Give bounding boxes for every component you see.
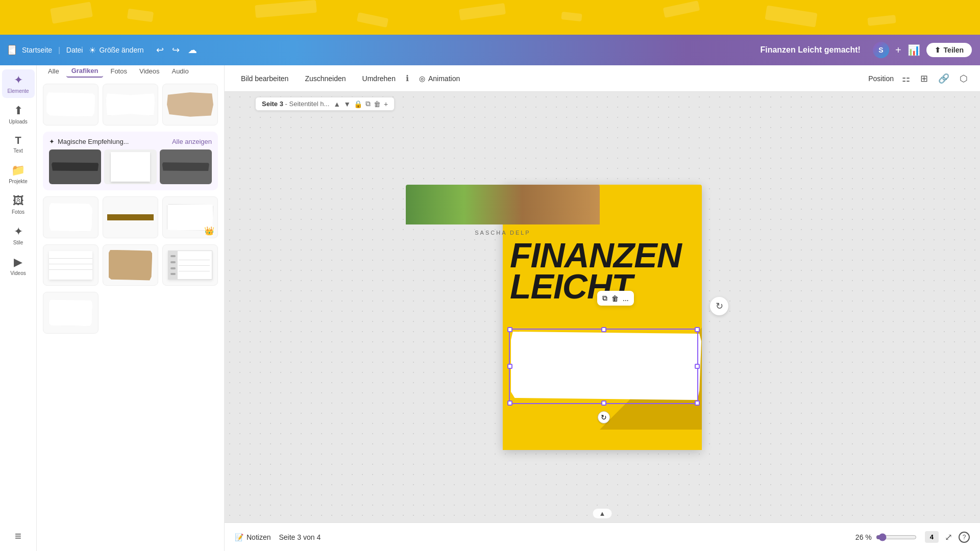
animation-label: Animation	[428, 74, 460, 83]
tab-videos[interactable]: Videos	[134, 65, 165, 78]
zoom-value: 26 %	[855, 533, 872, 541]
header-tools: ↩ ↪ ☁	[154, 42, 199, 58]
page-delete-icon[interactable]: 🗑	[374, 100, 381, 108]
magic-all-link[interactable]: Alle anzeigen	[172, 138, 212, 145]
rotate-handle[interactable]: ↻	[598, 411, 610, 423]
magic-item-1[interactable]	[49, 149, 101, 184]
sidebar-item-elemente[interactable]: ✦ Elemente	[2, 69, 35, 98]
canvas-refresh-button[interactable]: ↻	[710, 297, 728, 315]
header: ◀ Startseite | Datei ☀ Größe ändern ↩ ↪ …	[0, 35, 980, 65]
link-button[interactable]: 🔗	[936, 71, 951, 86]
tab-fotos[interactable]: Fotos	[105, 65, 132, 78]
handle-bottom-right[interactable]	[695, 400, 700, 406]
fotos-icon: 🖼	[13, 194, 24, 208]
magic-header: ✦ Magische Empfehlung... Alle anzeigen	[49, 138, 212, 145]
magic-item-3[interactable]	[160, 149, 212, 184]
graphic-item-1[interactable]	[43, 84, 99, 126]
top-items-grid	[43, 84, 218, 126]
cloud-button[interactable]: ☁	[186, 42, 199, 58]
elemente-icon: ✦	[14, 73, 23, 87]
grid-lines-button[interactable]: ⚏	[900, 71, 912, 86]
notes-icon: 📝	[235, 533, 243, 541]
more-icon: ≡	[15, 530, 21, 543]
graphic-item-7[interactable]	[43, 244, 99, 286]
info-icon[interactable]: ℹ	[406, 73, 409, 83]
grid-view-button[interactable]: 4	[925, 531, 939, 543]
handle-top-left[interactable]	[507, 327, 512, 332]
graphic-item-6[interactable]: 👑	[162, 196, 218, 238]
category-tabs: Alle Grafiken Fotos Videos Audio	[43, 65, 218, 78]
status-right: 4 ⤢ ?	[925, 531, 970, 543]
sidebar-item-uploads[interactable]: ⬆ Uploads	[2, 100, 35, 129]
home-link[interactable]: Startseite	[22, 46, 52, 54]
bild-bearbeiten-button[interactable]: Bild bearbeiten	[235, 71, 295, 86]
graphic-item-4[interactable]	[43, 196, 99, 238]
context-copy-icon[interactable]: ⧉	[602, 294, 607, 303]
sidebar-item-projekte[interactable]: 📁 Projekte	[2, 160, 35, 188]
position-button[interactable]: Position	[868, 74, 894, 83]
notes-label: Notizen	[247, 533, 271, 541]
tab-alle[interactable]: Alle	[43, 65, 64, 78]
sidebar-item-stile[interactable]: ✦ Stile	[2, 221, 35, 249]
handle-middle-right[interactable]	[695, 364, 700, 369]
animation-button[interactable]: ◎ Animation	[413, 71, 466, 86]
handle-bottom-middle[interactable]	[601, 400, 606, 406]
graphic-item-8[interactable]	[103, 244, 158, 286]
expand-button[interactable]: ⤢	[945, 532, 952, 543]
sidebar-item-text[interactable]: T Text	[2, 131, 35, 158]
canvas-area[interactable]: Seite 3 - Seitentitel h... ▲ ▼ 🔒 ⧉ 🗑 + S…	[225, 92, 980, 522]
help-button[interactable]: ?	[959, 532, 970, 543]
zuschneiden-button[interactable]: Zuschneiden	[299, 71, 352, 86]
page-down-icon[interactable]: ▼	[344, 100, 351, 108]
sidebar-item-fotos[interactable]: 🖼 Fotos	[2, 190, 35, 219]
videos-icon: ▶	[14, 256, 22, 269]
redo-button[interactable]: ↪	[170, 42, 182, 58]
graphic-item-5[interactable]	[103, 196, 158, 238]
handle-top-right[interactable]	[695, 327, 700, 332]
slide-title-line1: FINANZEN	[510, 240, 681, 271]
slide-author: SASCHA DELP	[403, 230, 602, 236]
page-label-text: Seite 3 - Seitentitel h...	[262, 100, 329, 108]
undo-button[interactable]: ↩	[154, 42, 166, 58]
zoom-slider[interactable]	[876, 533, 917, 541]
page-label-actions: ▲ ▼ 🔒 ⧉ 🗑 +	[333, 99, 388, 108]
handle-top-middle[interactable]	[601, 327, 606, 332]
graphic-item-9[interactable]	[162, 244, 218, 286]
magic-item-2[interactable]	[104, 149, 156, 184]
analytics-button[interactable]: 📊	[908, 44, 920, 56]
sidebar-item-more[interactable]: ≡	[2, 525, 35, 547]
notes-button[interactable]: 📝 Notizen	[235, 533, 271, 541]
graphic-item-2[interactable]	[103, 84, 158, 126]
canvas-slide[interactable]: SASCHA DELP FINANZEN LEICHT ↻	[503, 185, 702, 450]
page-up-icon[interactable]: ▲	[333, 100, 340, 108]
status-bar: 📝 Notizen Seite 3 von 4 26 % 4 ⤢ ?	[225, 522, 980, 551]
more-options-button[interactable]: ⬡	[958, 71, 970, 86]
sidebar-item-videos[interactable]: ▶ Videos	[2, 252, 35, 280]
sidebar: ▦ Vorlagen ✦ Elemente ⬆ Uploads T Text 📁…	[0, 35, 37, 551]
user-avatar[interactable]: S	[873, 42, 889, 58]
grid-dots-button[interactable]: ⊞	[918, 71, 930, 86]
page-copy-icon[interactable]: ⧉	[365, 99, 371, 108]
handle-middle-left[interactable]	[507, 364, 512, 369]
umdrehen-button[interactable]: Umdrehen	[356, 71, 402, 86]
page-lock-icon[interactable]: 🔒	[354, 100, 362, 108]
tab-audio[interactable]: Audio	[166, 65, 193, 78]
size-button[interactable]: ☀ Größe ändern	[89, 45, 143, 55]
add-team-button[interactable]: +	[895, 44, 901, 56]
context-delete-icon[interactable]: 🗑	[611, 294, 619, 303]
selection-box: ↻	[509, 329, 698, 404]
datei-menu[interactable]: Datei	[66, 46, 83, 54]
more-items-grid: 👑	[43, 196, 218, 238]
back-icon: ◀	[9, 46, 15, 54]
bottom-items-grid	[43, 244, 218, 286]
page-subtitle: - Seitentitel h...	[285, 100, 330, 108]
graphic-item-10[interactable]	[43, 292, 99, 334]
page-add-icon[interactable]: +	[384, 100, 388, 108]
back-button[interactable]: ◀	[8, 45, 16, 55]
graphic-item-3[interactable]	[162, 84, 218, 126]
context-more-icon[interactable]: ...	[623, 294, 629, 303]
tab-grafiken[interactable]: Grafiken	[66, 65, 104, 78]
handle-bottom-left[interactable]	[507, 400, 512, 406]
toolbar: Bild bearbeiten Zuschneiden Umdrehen ℹ ◎…	[225, 65, 980, 92]
share-button[interactable]: ⬆ Teilen	[926, 43, 972, 57]
